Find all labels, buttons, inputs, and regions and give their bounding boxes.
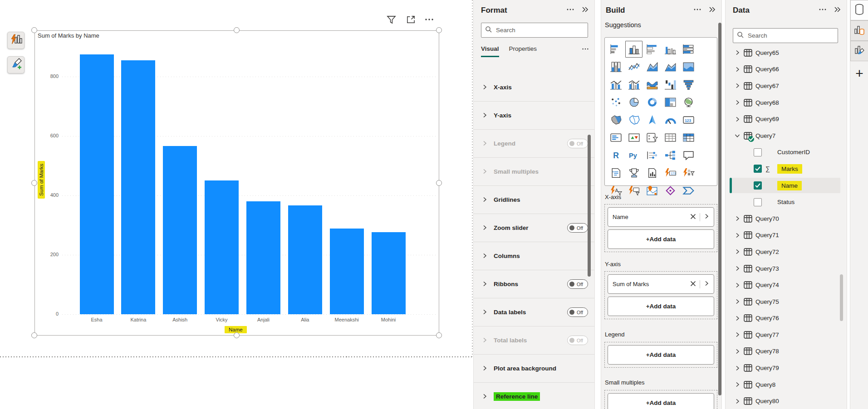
selection-handle[interactable] (31, 180, 37, 186)
filter-icon[interactable] (385, 14, 397, 25)
total-labels-toggle[interactable]: Off (567, 336, 588, 345)
field-pill-sum-of-marks[interactable]: Sum of Marks (608, 274, 714, 294)
table-item-query8[interactable]: Query8 (726, 376, 847, 393)
treemap-icon[interactable] (661, 93, 679, 111)
ribbon-chart-icon[interactable] (643, 76, 661, 93)
decomposition-tree-icon[interactable] (661, 146, 679, 164)
selection-handle[interactable] (436, 27, 442, 33)
azure-map-icon[interactable] (643, 111, 661, 129)
format-visual-shortcut-button[interactable] (7, 56, 25, 73)
chevron-right-icon[interactable] (735, 216, 740, 221)
table-item-query78[interactable]: Query78 (726, 343, 847, 360)
chart-bar-mohini[interactable] (372, 232, 406, 314)
clustered-column-chart-icon[interactable] (661, 40, 679, 58)
chart-bar-vicky[interactable] (205, 180, 239, 314)
matrix-icon[interactable] (679, 129, 697, 146)
add-data-button-y-axis[interactable]: +Add data (608, 297, 714, 316)
column-chart-visual[interactable]: Sum of Marks by Name Sum of Marks Name 0… (34, 30, 439, 336)
data-labels-toggle[interactable]: Off (567, 307, 588, 317)
data-pane-scrollbar[interactable] (840, 274, 843, 321)
q-and-a-icon[interactable] (679, 146, 697, 164)
chart-bar-meenakshi[interactable] (330, 229, 364, 314)
collapse-pane-icon[interactable] (708, 5, 716, 15)
format-section-x-axis[interactable]: X-axis (474, 73, 594, 102)
area-chart-icon[interactable] (643, 58, 661, 76)
chart-bar-ashish[interactable] (163, 146, 197, 314)
table-item-query65[interactable]: Query65 (726, 44, 847, 61)
chevron-right-icon[interactable] (735, 249, 740, 254)
chart-bar-anjali[interactable] (246, 201, 280, 314)
chevron-right-icon[interactable] (735, 282, 740, 288)
selection-handle[interactable] (31, 27, 37, 33)
funnel-chart-icon[interactable] (679, 76, 697, 93)
table-item-query77[interactable]: Query77 (726, 326, 847, 343)
chevron-right-icon[interactable] (735, 50, 740, 55)
format-section-columns[interactable]: Columns (474, 242, 594, 270)
add-data-button-x-axis[interactable]: +Add data (608, 229, 714, 249)
stacked-column-chart-icon[interactable] (625, 40, 643, 58)
smart-narrative-icon[interactable] (607, 164, 625, 182)
field-item-name[interactable]: Name (726, 177, 847, 194)
line-and-clustered-column-chart-icon[interactable] (625, 76, 643, 93)
map-icon[interactable] (679, 93, 697, 111)
table-item-query74[interactable]: Query74 (726, 277, 847, 293)
format-section-small-multiples[interactable]: Small multiples (474, 158, 594, 186)
table-icon[interactable] (661, 129, 679, 146)
table-item-query79[interactable]: Query79 (726, 360, 847, 376)
add-data-button-small-multiples[interactable]: +Add data (608, 393, 714, 409)
table-item-query68[interactable]: Query68 (726, 94, 847, 111)
table-item-query67[interactable]: Query67 (726, 78, 847, 94)
line-chart-icon[interactable] (625, 58, 643, 76)
build-pane-scrollbar[interactable] (718, 23, 721, 395)
table-item-query69[interactable]: Query69 (726, 111, 847, 127)
gauge-icon[interactable] (661, 111, 679, 129)
format-section-reference-line[interactable]: Reference line (474, 383, 594, 409)
chevron-right-icon[interactable] (735, 100, 740, 105)
field-pill-name[interactable]: Name (608, 207, 714, 227)
metrics-icon[interactable] (625, 164, 643, 182)
clustered-bar-chart-icon[interactable] (643, 40, 661, 58)
collapse-pane-icon[interactable] (833, 5, 841, 15)
add-data-button-legend[interactable]: +Add data (608, 345, 714, 365)
format-section-zoom-slider[interactable]: Zoom sliderOff (474, 214, 594, 242)
data-pane-tab[interactable] (850, 0, 868, 20)
format-section-plot-area-background[interactable]: Plot area background (474, 355, 594, 383)
power-apps-icon[interactable] (661, 182, 679, 200)
more-options-icon[interactable] (423, 14, 435, 25)
format-section-total-labels[interactable]: Total labelsOff (474, 326, 594, 355)
chart-bar-alia[interactable] (288, 205, 322, 314)
chevron-right-icon[interactable] (735, 233, 740, 238)
selection-handle[interactable] (234, 27, 240, 33)
chart-bar-katrina[interactable] (121, 60, 155, 314)
collapse-pane-icon[interactable] (581, 5, 589, 15)
field-item-customerid[interactable]: CustomerID (726, 144, 847, 161)
checkbox-checked[interactable] (754, 165, 762, 173)
format-section-legend[interactable]: LegendOff (474, 130, 594, 158)
table-item-query7[interactable]: Query7 (726, 127, 847, 144)
table-item-query75[interactable]: Query75 (726, 293, 847, 310)
line-and-stacked-column-chart-icon[interactable] (607, 76, 625, 93)
table-item-query71[interactable]: Query71 (726, 227, 847, 244)
format-search-input[interactable] (496, 27, 584, 34)
filled-map-icon[interactable] (607, 111, 625, 129)
r-script-visual-icon[interactable]: R (607, 146, 625, 164)
data-search-box[interactable] (733, 28, 838, 43)
chevron-right-icon[interactable] (735, 67, 740, 72)
chevron-right-icon[interactable] (735, 349, 740, 354)
ribbons-toggle[interactable]: Off (567, 279, 588, 289)
chevron-right-icon[interactable] (735, 117, 740, 122)
selection-handle[interactable] (234, 332, 240, 338)
focus-mode-icon[interactable] (405, 14, 417, 25)
chevron-right-icon[interactable] (735, 83, 740, 88)
new-slicer-icon[interactable] (679, 164, 697, 182)
chevron-right-icon[interactable] (735, 382, 740, 387)
format-pane-tab[interactable] (850, 41, 868, 61)
power-automate-icon[interactable] (679, 182, 697, 200)
chevron-right-icon[interactable] (735, 316, 740, 321)
paginated-report-icon[interactable] (643, 164, 661, 182)
build-pane-tab[interactable] (850, 20, 868, 41)
chevron-right-icon[interactable] (735, 365, 740, 371)
multi-row-card-icon[interactable] (607, 129, 625, 146)
table-item-query80[interactable]: Query80 (726, 393, 847, 409)
more-options-icon[interactable] (693, 5, 701, 15)
